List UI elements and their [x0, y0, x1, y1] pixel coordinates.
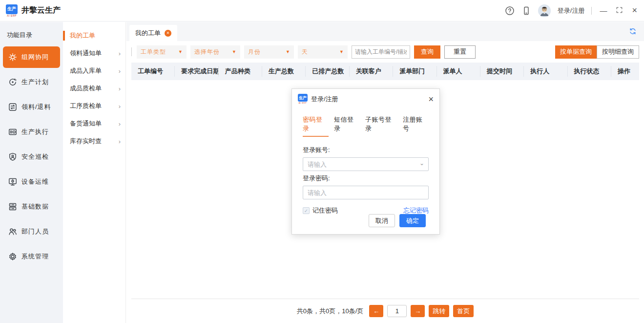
- check-icon: ✓: [304, 208, 308, 214]
- logo-subtext: AI·ERP: [299, 102, 307, 105]
- logo-icon: 生产: [6, 4, 18, 14]
- chevron-right-icon: ›: [119, 103, 121, 110]
- production-plan-icon: [8, 77, 18, 87]
- column-header: 工单编号: [131, 66, 174, 77]
- modal-close-icon[interactable]: ×: [428, 95, 434, 103]
- sidebar: 功能目录 组网协同 生产计划 领料/退料 生产执行 安全巡检 设备运维 基础数据: [0, 22, 63, 323]
- tab-my-workorders[interactable]: 我的工单 ×: [129, 25, 177, 41]
- filter-divider: [131, 47, 132, 56]
- column-header: 已排产总数: [305, 66, 349, 77]
- sidebar-item-device-maintain[interactable]: 设备运维: [3, 171, 60, 193]
- dropdown-day[interactable]: 天 ▼: [298, 45, 348, 59]
- submenu-item-stock-notice[interactable]: 备货通知单 ›: [63, 115, 125, 132]
- maximize-button[interactable]: [615, 6, 624, 15]
- sidebar-item-production-plan[interactable]: 生产计划: [3, 71, 60, 93]
- help-icon[interactable]: [505, 6, 515, 16]
- caret-down-icon: ▼: [286, 49, 290, 54]
- sidebar-item-safety-inspect[interactable]: 安全巡检: [3, 146, 60, 168]
- system-manage-icon: [8, 252, 18, 261]
- login-mode-tabs: 密码登录 短信登录 子账号登录 注册账号: [292, 107, 439, 137]
- caret-down-icon: ▼: [339, 49, 344, 54]
- submenu: 我的工单 领料通知单 › 成品入库单 › 成品质检单 › 工序质检单 › 备货通…: [63, 22, 126, 323]
- submenu-item-inventory-query[interactable]: 库存实时查 ›: [63, 132, 125, 150]
- mobile-icon[interactable]: [521, 6, 531, 16]
- first-page-button[interactable]: 首页: [453, 305, 474, 317]
- tab-register[interactable]: 注册账号: [403, 115, 429, 137]
- dropdown-month[interactable]: 月份 ▼: [244, 45, 294, 59]
- cancel-button[interactable]: 取消: [369, 214, 395, 227]
- close-window-button[interactable]: ×: [631, 5, 638, 16]
- sidebar-item-department-people[interactable]: 部门人员: [3, 221, 60, 242]
- chevron-down-icon[interactable]: ⌄: [419, 160, 424, 167]
- by-detail-button[interactable]: 按明细查询: [597, 45, 639, 59]
- page-number-input[interactable]: [387, 305, 407, 317]
- query-button[interactable]: 查询: [414, 45, 440, 59]
- column-header: 执行人: [523, 66, 567, 77]
- minimize-button[interactable]: —: [599, 6, 608, 15]
- confirm-button[interactable]: 确定: [399, 214, 426, 227]
- submenu-item-process-qc[interactable]: 工序质检单 ›: [63, 97, 125, 115]
- by-document-button[interactable]: 按单据查询: [555, 45, 597, 59]
- column-header: 执行状态: [567, 66, 611, 77]
- refresh-icon[interactable]: [628, 27, 637, 37]
- dropdown-year[interactable]: 选择年份 ▼: [190, 45, 240, 59]
- prev-icon: ←: [373, 307, 379, 315]
- app-header: 生产 AI·ERP 井擎云生产 登录/: [0, 0, 644, 22]
- prev-page-button[interactable]: ←: [369, 305, 383, 317]
- remember-checkbox[interactable]: ✓: [303, 207, 310, 214]
- tab-subaccount-login[interactable]: 子账号登录: [365, 115, 397, 137]
- column-header: 产品种类: [218, 66, 262, 77]
- dropdown-workorder-type[interactable]: 工单类型 ▼: [137, 45, 187, 59]
- password-input[interactable]: [303, 186, 429, 199]
- production-execute-icon: [8, 127, 18, 137]
- sidebar-item-system-manage[interactable]: 系统管理: [3, 246, 60, 267]
- submenu-item-material-notice[interactable]: 领料通知单 ›: [63, 44, 125, 62]
- sidebar-item-network-collab[interactable]: 组网协同: [3, 46, 60, 68]
- department-people-icon: [8, 227, 18, 237]
- jump-button[interactable]: 跳转: [429, 305, 449, 317]
- tab-sms-login[interactable]: 短信登录: [334, 115, 360, 137]
- next-page-button[interactable]: →: [411, 305, 425, 317]
- material-transfer-icon: [8, 102, 18, 112]
- filter-bar: 工单类型 ▼ 选择年份 ▼ 月份 ▼ 天 ▼ 查询 重置 按单据查询 按明细查询: [126, 41, 644, 63]
- pagination-bar: 共0条，共0页，10条/页 ← → 跳转 首页: [131, 299, 639, 323]
- column-header: 提交时间: [480, 66, 523, 77]
- view-toggle: 按单据查询 按明细查询: [555, 45, 639, 59]
- submenu-item-my-workorders[interactable]: 我的工单: [63, 27, 125, 44]
- password-label: 登录密码:: [303, 174, 429, 183]
- login-register-link[interactable]: 登录/注册: [558, 6, 585, 15]
- avatar[interactable]: [538, 4, 551, 17]
- tab-password-login[interactable]: 密码登录: [303, 115, 329, 137]
- column-header: 操作: [611, 66, 639, 77]
- device-maintain-icon: [8, 177, 18, 187]
- sidebar-item-production-execute[interactable]: 生产执行: [3, 121, 60, 143]
- sidebar-item-material-transfer[interactable]: 领料/退料: [3, 96, 60, 118]
- account-input[interactable]: [303, 157, 429, 171]
- chevron-right-icon: ›: [119, 85, 121, 92]
- caret-down-icon: ▼: [178, 49, 183, 54]
- reset-button[interactable]: 重置: [444, 45, 476, 59]
- submenu-item-finished-qc[interactable]: 成品质检单 ›: [63, 80, 125, 97]
- column-header: 关联客户: [349, 66, 393, 77]
- column-header: 生产总数: [262, 66, 305, 77]
- workorder-search-input[interactable]: [352, 45, 410, 59]
- tab-close-icon[interactable]: ×: [165, 30, 171, 37]
- pagination-summary: 共0条，共0页，10条/页: [297, 307, 364, 316]
- column-header: 派单人: [436, 66, 480, 77]
- modal-header: 生产 AI·ERP 登录/注册 ×: [292, 89, 439, 107]
- header-divider: [591, 7, 592, 15]
- column-header: 派单部门: [393, 66, 436, 77]
- sidebar-item-base-data[interactable]: 基础数据: [3, 196, 60, 217]
- app-window: 生产 AI·ERP 井擎云生产 登录/: [0, 0, 644, 323]
- column-header: 要求完成日期: [174, 66, 218, 77]
- remember-label: 记住密码: [312, 206, 338, 215]
- account-label: 登录账号:: [303, 146, 429, 154]
- caret-down-icon: ▼: [232, 49, 236, 54]
- next-icon: →: [415, 307, 421, 315]
- submenu-item-finished-inbound[interactable]: 成品入库单 ›: [63, 62, 125, 80]
- chevron-right-icon: ›: [119, 67, 121, 75]
- chevron-right-icon: ›: [119, 50, 121, 57]
- modal-title: 登录/注册: [311, 95, 338, 104]
- modal-body: 登录账号: ⌄ 登录密码: ✓ 记住密码 忘记密码: [292, 137, 439, 215]
- login-modal: 生产 AI·ERP 登录/注册 × 密码登录 短信登录 子账号登录 注册账号 登…: [291, 88, 440, 235]
